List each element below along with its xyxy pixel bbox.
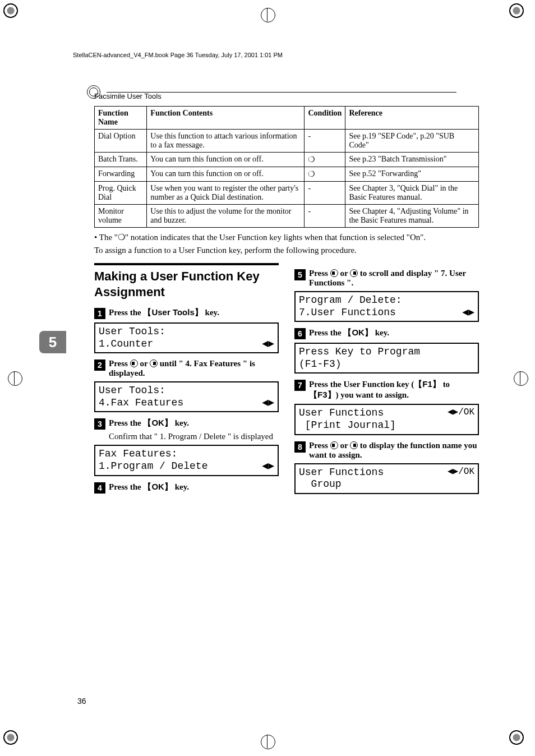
cell-name: Monitor volume <box>95 205 147 228</box>
step-number-icon: 4 <box>94 482 105 494</box>
lcd-arrows-icon: ◀▶ <box>262 397 274 409</box>
step-number-icon: 6 <box>294 328 306 339</box>
lcd-arrows-icon: ◀▶ <box>262 338 274 351</box>
lcd-display: Fax Features: 1.Program / Delete◀▶ <box>94 445 279 476</box>
table-row: Dial OptionUse this function to attach v… <box>95 130 479 153</box>
condition-note: • The "❍" notation indicates that the Us… <box>94 232 479 242</box>
lcd-display: User Tools: 4.Fax Features◀▶ <box>94 381 279 412</box>
col-function-name: Function Name <box>95 107 147 130</box>
cell-contents: Use this to adjust the volume for the mo… <box>147 205 305 228</box>
cell-contents: Use this function to attach various info… <box>147 130 305 153</box>
registration-mark <box>514 371 527 385</box>
cell-contents: You can turn this function on or off. <box>147 153 305 167</box>
step-text: Press the OK key. <box>109 418 189 428</box>
step-text: Press or until " 4. Fax Features " is di… <box>109 359 279 378</box>
keycap: OK <box>343 328 373 337</box>
step-text: Press the OK key. <box>109 482 189 492</box>
binder-icon <box>87 85 100 99</box>
section-title: Facsimile User Tools <box>94 92 501 100</box>
function-table: Function Name Function Contents Conditio… <box>94 106 479 228</box>
cell-reference: See p.19 "SEP Code", p.20 "SUB Code" <box>345 130 479 153</box>
step: 4Press the OK key. <box>94 482 279 494</box>
cell-reference: See Chapter 4, "Adjusting Volume" in the… <box>345 205 479 228</box>
col-reference: Reference <box>345 107 479 130</box>
keycap: F1 <box>414 379 441 389</box>
cell-condition: - <box>305 130 345 153</box>
cell-name: Batch Trans. <box>95 153 147 167</box>
registration-mark <box>8 371 21 385</box>
col-function-contents: Function Contents <box>147 107 305 130</box>
right-arrow-button-icon <box>350 441 358 449</box>
left-arrow-button-icon <box>330 441 338 449</box>
lcd-display: User Functions [Print Journal]◀▶/OK <box>294 404 479 435</box>
lcd-ok-indicator: ◀▶/OK <box>448 467 474 477</box>
cell-contents: Use when you want to register the other … <box>147 182 305 205</box>
step: 6Press the OK key. <box>294 328 479 339</box>
left-arrow-button-icon <box>330 269 338 277</box>
step: 5Press or to scroll and display " 7. Use… <box>294 269 479 288</box>
step-number-icon: 2 <box>94 359 105 371</box>
page-number: 36 <box>77 697 86 706</box>
crop-mark <box>3 3 26 26</box>
lcd-display: Program / Delete: 7.User Functions◀▶ <box>294 291 479 322</box>
book-header: StellaCEN-advanced_V4_FM.book Page 36 Tu… <box>73 52 501 58</box>
cell-name: Dial Option <box>95 130 147 153</box>
col-condition: Condition <box>305 107 345 130</box>
keycap: OK <box>143 418 173 427</box>
step-text: Press or to display the function name yo… <box>309 441 479 460</box>
keycap: OK <box>143 482 173 491</box>
table-row: Prog. Quick DialUse when you want to reg… <box>95 182 479 205</box>
cell-reference: See Chapter 3, "Quick Dial" in the Basic… <box>345 182 479 205</box>
cell-condition: - <box>305 205 345 228</box>
cell-condition: - <box>305 182 345 205</box>
step-number-icon: 8 <box>294 441 306 453</box>
left-arrow-button-icon <box>130 359 138 367</box>
chapter-tab: 5 <box>39 331 66 353</box>
registration-mark <box>261 735 274 748</box>
step: 1Press the User Tools key. <box>94 307 279 319</box>
cell-condition: ❍ <box>305 153 345 167</box>
procedure-heading: Making a User Function Key Assignment <box>94 263 279 299</box>
step: 8Press or to display the function name y… <box>294 441 479 460</box>
step-number-icon: 1 <box>94 308 105 319</box>
cell-reference: See p.23 "Batch Transmission" <box>345 153 479 167</box>
step-number-icon: 7 <box>294 380 306 391</box>
step-text: Press the User Function key (F1 to F3) y… <box>309 379 479 400</box>
cell-name: Prog. Quick Dial <box>95 182 147 205</box>
keycap: F3 <box>309 390 336 399</box>
lcd-display: User Functions Group◀▶/OK <box>294 463 479 494</box>
step-text: Press or to scroll and display " 7. User… <box>309 269 479 288</box>
crop-mark <box>509 730 532 753</box>
lcd-display: Press Key to Program (F1-F3) <box>294 343 479 374</box>
table-row: Batch Trans.You can turn this function o… <box>95 153 479 167</box>
cell-contents: You can turn this function on or off. <box>147 167 305 182</box>
step: 7Press the User Function key (F1 to F3) … <box>294 379 479 400</box>
step-subtext: Confirm that " 1. Program / Delete " is … <box>109 432 279 441</box>
step-number-icon: 5 <box>294 269 306 280</box>
table-row: ForwardingYou can turn this function on … <box>95 167 479 182</box>
lcd-arrows-icon: ◀▶ <box>462 307 474 319</box>
keycap: User Tools <box>143 307 202 317</box>
crop-mark <box>3 730 26 753</box>
condition-circle-icon: ❍ <box>118 232 125 242</box>
lcd-arrows-icon: ◀▶ <box>262 460 274 473</box>
lcd-ok-indicator: ◀▶/OK <box>448 407 474 418</box>
crop-mark <box>509 3 532 26</box>
lcd-display: User Tools: 1.Counter◀▶ <box>94 322 279 353</box>
table-row: Monitor volumeUse this to adjust the vol… <box>95 205 479 228</box>
right-arrow-button-icon <box>150 359 158 367</box>
step: 3Press the OK key. <box>94 418 279 430</box>
cell-name: Forwarding <box>95 167 147 182</box>
step-number-icon: 3 <box>94 418 105 430</box>
registration-mark <box>261 8 274 21</box>
step-text: Press the OK key. <box>309 328 389 338</box>
step-text: Press the User Tools key. <box>109 307 219 318</box>
assign-note: To assign a function to a User Function … <box>94 246 479 255</box>
step: 2Press or until " 4. Fax Features " is d… <box>94 359 279 378</box>
cell-reference: See p.52 "Forwarding" <box>345 167 479 182</box>
header-rule <box>107 92 456 93</box>
right-arrow-button-icon <box>350 269 358 277</box>
cell-condition: ❍ <box>305 167 345 182</box>
